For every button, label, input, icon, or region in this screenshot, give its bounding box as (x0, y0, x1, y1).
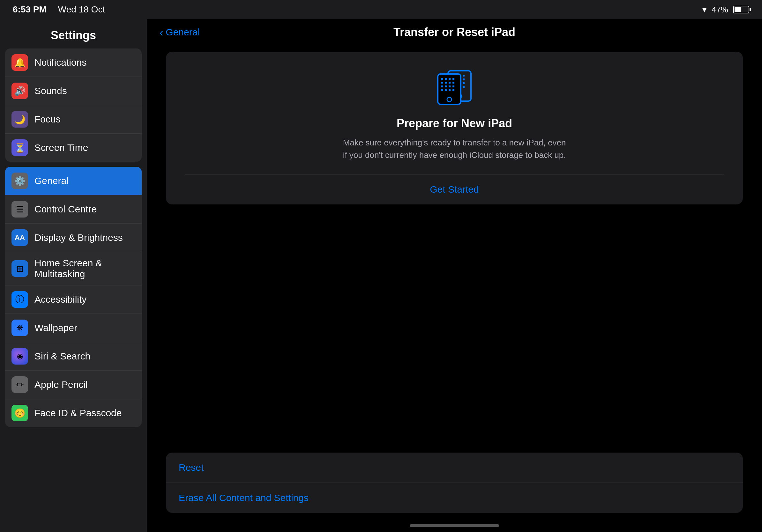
sidebar-group-1: 🔔 Notifications 🔊 Sounds 🌙 Focus ⏳ Scree… (5, 48, 142, 162)
general-icon: ⚙️ (12, 172, 28, 189)
content-header: ‹ General Transfer or Reset iPad (147, 19, 762, 45)
wifi-icon: ▾ (702, 5, 707, 15)
prepare-card: Prepare for New iPad Make sure everythin… (166, 52, 743, 204)
screen-time-label: Screen Time (35, 142, 88, 153)
sidebar-item-display-brightness[interactable]: AA Display & Brightness (5, 224, 142, 252)
svg-rect-29 (449, 86, 451, 87)
face-id-label: Face ID & Passcode (35, 408, 121, 419)
home-indicator (410, 524, 499, 527)
accessibility-icon: ⓘ (12, 291, 28, 308)
svg-rect-19 (441, 78, 443, 80)
svg-rect-27 (441, 86, 443, 87)
sidebar-group-2: ⚙️ General ☰ Control Centre AA Display &… (5, 167, 142, 427)
sidebar-item-apple-pencil[interactable]: ✏ Apple Pencil (5, 370, 142, 399)
svg-rect-23 (441, 82, 443, 84)
control-centre-label: Control Centre (35, 204, 97, 215)
sidebar-item-screen-time[interactable]: ⏳ Screen Time (5, 134, 142, 162)
svg-rect-24 (445, 82, 447, 84)
svg-rect-20 (445, 78, 447, 80)
svg-rect-8 (463, 79, 465, 80)
prepare-icon (432, 68, 477, 107)
main-layout: Settings 🔔 Notifications 🔊 Sounds 🌙 Focu… (0, 19, 762, 532)
status-bar: 6:53 PM Wed 18 Oct ▾ 47% (0, 0, 762, 19)
home-screen-label: Home Screen & Multitasking (35, 258, 135, 279)
focus-icon: 🌙 (12, 111, 28, 128)
sidebar-item-general[interactable]: ⚙️ General (5, 167, 142, 195)
sidebar-item-control-centre[interactable]: ☰ Control Centre (5, 195, 142, 224)
display-brightness-label: Display & Brightness (35, 232, 123, 243)
svg-rect-30 (452, 86, 454, 87)
svg-rect-22 (452, 78, 454, 80)
svg-rect-25 (449, 82, 451, 84)
svg-rect-32 (445, 89, 447, 91)
svg-rect-4 (463, 75, 465, 77)
status-right: ▾ 47% (702, 5, 749, 15)
content-area: Prepare for New iPad Make sure everythin… (147, 45, 762, 519)
erase-button[interactable]: Erase All Content and Settings (166, 483, 743, 513)
svg-rect-31 (441, 89, 443, 91)
sidebar-item-sounds[interactable]: 🔊 Sounds (5, 77, 142, 105)
battery-percentage: 47% (712, 5, 728, 15)
apple-pencil-label: Apple Pencil (35, 379, 88, 390)
back-label: General (166, 27, 200, 37)
wallpaper-label: Wallpaper (35, 322, 77, 333)
home-screen-icon: ⊞ (12, 260, 28, 277)
svg-rect-12 (463, 82, 465, 84)
sidebar-title: Settings (0, 19, 147, 48)
spacer (166, 212, 743, 445)
back-chevron-icon: ‹ (160, 26, 163, 38)
main-content: ‹ General Transfer or Reset iPad (147, 19, 762, 532)
focus-label: Focus (35, 114, 61, 125)
general-label: General (35, 175, 69, 186)
screen-time-icon: ⏳ (12, 139, 28, 156)
sidebar-item-face-id[interactable]: 😊 Face ID & Passcode (5, 399, 142, 427)
apple-pencil-icon: ✏ (12, 376, 28, 393)
reset-card: Reset Erase All Content and Settings (166, 453, 743, 513)
control-centre-icon: ☰ (12, 201, 28, 218)
page-title: Transfer or Reset iPad (393, 26, 515, 39)
sidebar-item-notifications[interactable]: 🔔 Notifications (5, 48, 142, 77)
siri-search-label: Siri & Search (35, 351, 90, 362)
svg-rect-33 (449, 89, 451, 91)
status-time: 6:53 PM (13, 4, 46, 15)
get-started-button[interactable]: Get Started (185, 174, 724, 204)
notifications-label: Notifications (35, 57, 87, 68)
reset-button[interactable]: Reset (166, 453, 743, 483)
battery-icon (733, 6, 749, 13)
svg-rect-26 (452, 82, 454, 84)
display-brightness-icon: AA (12, 229, 28, 246)
svg-rect-28 (445, 86, 447, 87)
face-id-icon: 😊 (12, 405, 28, 421)
sidebar-item-wallpaper[interactable]: ❋ Wallpaper (5, 314, 142, 342)
sidebar-item-focus[interactable]: 🌙 Focus (5, 105, 142, 134)
siri-search-icon: ◉ (12, 348, 28, 365)
wallpaper-icon: ❋ (12, 320, 28, 336)
prepare-card-title: Prepare for New iPad (397, 117, 512, 130)
prepare-card-desc: Make sure everything's ready to transfer… (343, 137, 566, 162)
status-date: Wed 18 Oct (58, 4, 105, 15)
sidebar: Settings 🔔 Notifications 🔊 Sounds 🌙 Focu… (0, 19, 147, 532)
accessibility-label: Accessibility (35, 294, 87, 305)
sidebar-item-siri-search[interactable]: ◉ Siri & Search (5, 342, 142, 370)
sidebar-item-accessibility[interactable]: ⓘ Accessibility (5, 286, 142, 314)
svg-rect-34 (452, 89, 454, 91)
bottom-bar (147, 519, 762, 532)
svg-rect-21 (449, 78, 451, 80)
sounds-icon: 🔊 (12, 83, 28, 99)
status-left: 6:53 PM Wed 18 Oct (13, 4, 105, 15)
svg-rect-16 (463, 86, 465, 88)
notifications-icon: 🔔 (12, 54, 28, 71)
sounds-label: Sounds (35, 86, 67, 96)
back-button[interactable]: ‹ General (160, 26, 200, 38)
sidebar-item-home-screen[interactable]: ⊞ Home Screen & Multitasking (5, 252, 142, 286)
